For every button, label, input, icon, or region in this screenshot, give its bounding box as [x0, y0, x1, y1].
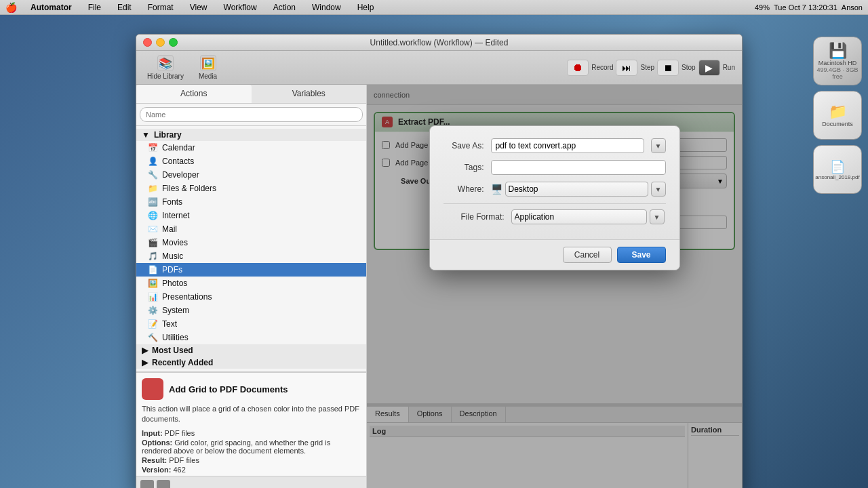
menu-workflow[interactable]: Workflow — [221, 3, 260, 12]
info-title: Add Grid to PDF Documents — [169, 384, 288, 394]
sidebar-item-fonts[interactable]: 🔤 Fonts — [136, 195, 366, 209]
sidebar-bottom — [136, 476, 366, 488]
tags-label: Tags: — [443, 163, 484, 172]
developer-icon: 🔧 — [147, 169, 158, 180]
pdfs-icon: 📄 — [147, 264, 158, 275]
save-dropdown-button[interactable]: ▼ — [651, 138, 666, 153]
record-button[interactable]: ⏺ — [567, 60, 589, 76]
window-title: Untitled.workflow (Workflow) — Edited — [370, 38, 509, 47]
media-button[interactable]: 🖼️ Media — [195, 52, 221, 83]
internet-icon: 🌐 — [147, 210, 158, 221]
toolbar-right: ⏺ Record ⏭ Step ⏹ Stop ▶ Run — [567, 60, 735, 76]
sidebar-item-pdfs[interactable]: 📄 PDFs — [136, 263, 366, 277]
music-icon: 🎵 — [147, 251, 158, 262]
sidebar-item-calendar[interactable]: 📅 Calendar — [136, 141, 366, 155]
sidebar-item-music[interactable]: 🎵 Music — [136, 249, 366, 263]
tab-actions[interactable]: Actions — [136, 85, 252, 103]
where-icon: 🖥️ — [491, 184, 502, 195]
menu-edit[interactable]: Edit — [115, 3, 134, 12]
recently-added-arrow-icon: ▶ — [142, 358, 148, 367]
info-panel: Add Grid to PDF Documents This action wi… — [136, 372, 366, 476]
traffic-lights — [143, 38, 178, 47]
window-titlebar: Untitled.workflow (Workflow) — Edited — [136, 35, 742, 51]
format-select[interactable]: Application Workflow Service Print Plugi… — [511, 209, 647, 224]
menu-file[interactable]: File — [85, 3, 104, 12]
menu-automator[interactable]: Automator — [28, 3, 75, 12]
sidebar-item-system[interactable]: ⚙️ System — [136, 304, 366, 317]
library-tree: ▼ Library 📅 Calendar 👤 Contacts 🔧 Develo… — [136, 126, 366, 371]
sidebar-item-contacts[interactable]: 👤 Contacts — [136, 155, 366, 168]
save-dialog: Save As: ▼ Tags: Where: — [429, 125, 680, 270]
dock-hd-icon[interactable]: 💾 Macintosh HD 499.4GB · 3GB free — [813, 37, 862, 85]
desktop: 💾 Macintosh HD 499.4GB · 3GB free 📁 Docu… — [0, 15, 868, 488]
sidebar-item-developer[interactable]: 🔧 Developer — [136, 168, 366, 182]
close-button[interactable] — [143, 38, 152, 47]
save-dialog-content: Save As: ▼ Tags: Where: — [430, 126, 679, 239]
hide-library-button[interactable]: 📚 Hide Library — [143, 52, 188, 83]
info-options-row: Options: Grid color, grid spacing, and w… — [142, 439, 361, 455]
search-input[interactable] — [140, 107, 363, 122]
info-description: This action will place a grid of a chose… — [142, 404, 361, 425]
menubar-right: 49% Tue Oct 7 13:20:31 Anson — [755, 3, 863, 12]
sidebar-item-presentations[interactable]: 📊 Presentations — [136, 290, 366, 304]
sidebar-item-files-folders[interactable]: 📁 Files & Folders — [136, 182, 366, 195]
utilities-icon: 🔨 — [147, 332, 158, 343]
save-as-input[interactable] — [491, 138, 644, 153]
tags-row: Tags: — [443, 160, 666, 175]
dock-pdf-icon[interactable]: 📄 ansonall_2018.pdf — [813, 145, 862, 194]
menu-help[interactable]: Help — [355, 3, 377, 12]
sidebar-item-internet[interactable]: 🌐 Internet — [136, 209, 366, 222]
clock: Tue Oct 7 13:20:31 — [774, 3, 837, 12]
menu-view[interactable]: View — [187, 3, 210, 12]
photos-icon: 🖼️ — [147, 278, 158, 289]
sidebar-add-icon[interactable] — [157, 480, 170, 488]
text-icon: 📝 — [147, 319, 158, 329]
sidebar-item-most-used[interactable]: ▶ Most Used — [136, 344, 366, 357]
minimize-button[interactable] — [156, 38, 165, 47]
save-dialog-overlay: Save As: ▼ Tags: Where: — [367, 85, 742, 488]
sidebar-item-recently-added[interactable]: ▶ Recently Added — [136, 357, 366, 369]
stop-button[interactable]: ⏹ — [657, 60, 679, 76]
info-input-row: Input: PDF files — [142, 429, 361, 437]
menu-format[interactable]: Format — [145, 3, 176, 12]
mail-icon: ✉️ — [147, 224, 158, 235]
window-toolbar: 📚 Hide Library 🖼️ Media ⏺ Record ⏭ Step … — [136, 51, 742, 85]
username: Anson — [842, 3, 863, 12]
info-action-icon — [142, 378, 163, 400]
sidebar-item-utilities[interactable]: 🔨 Utilities — [136, 331, 366, 344]
sidebar-item-movies[interactable]: 🎬 Movies — [136, 236, 366, 249]
where-row: Where: 🖥️ Desktop Documents Downloads ▼ — [443, 182, 666, 197]
save-button[interactable]: Save — [617, 247, 666, 263]
dock-documents-icon[interactable]: 📁 Documents — [813, 91, 862, 140]
library-header[interactable]: ▼ Library — [136, 129, 366, 141]
tags-input[interactable] — [491, 160, 666, 175]
menu-action[interactable]: Action — [271, 3, 298, 12]
where-arrow-icon[interactable]: ▼ — [651, 182, 666, 197]
sidebar-tabs: Actions Variables — [136, 85, 366, 104]
info-version-row: Version: 462 — [142, 466, 361, 474]
maximize-button[interactable] — [169, 38, 178, 47]
tab-variables[interactable]: Variables — [252, 85, 367, 103]
calendar-icon: 📅 — [147, 142, 158, 153]
cancel-button[interactable]: Cancel — [563, 247, 612, 263]
sidebar-item-mail[interactable]: ✉️ Mail — [136, 222, 366, 236]
sidebar-item-photos[interactable]: 🖼️ Photos — [136, 277, 366, 290]
apple-menu[interactable]: 🍎 — [5, 2, 17, 13]
sidebar-search — [136, 104, 366, 126]
save-dialog-buttons: Cancel Save — [430, 239, 679, 270]
library-label: Library — [154, 130, 182, 140]
where-select[interactable]: Desktop Documents Downloads — [505, 182, 648, 197]
menu-window[interactable]: Window — [309, 3, 344, 12]
run-button[interactable]: ▶ — [698, 60, 720, 76]
presentations-icon: 📊 — [147, 291, 158, 302]
step-button[interactable]: ⏭ — [616, 60, 637, 76]
fonts-icon: 🔤 — [147, 197, 158, 207]
format-select-wrapper: Application Workflow Service Print Plugi… — [511, 209, 665, 224]
format-arrow-icon[interactable]: ▼ — [650, 209, 665, 224]
format-label: File Format: — [443, 212, 505, 222]
system-icon: ⚙️ — [147, 305, 158, 316]
sidebar-item-text[interactable]: 📝 Text — [136, 317, 366, 331]
where-label: Where: — [443, 184, 484, 194]
sidebar-settings-icon[interactable] — [140, 480, 154, 488]
library-arrow-icon: ▼ — [142, 130, 150, 140]
